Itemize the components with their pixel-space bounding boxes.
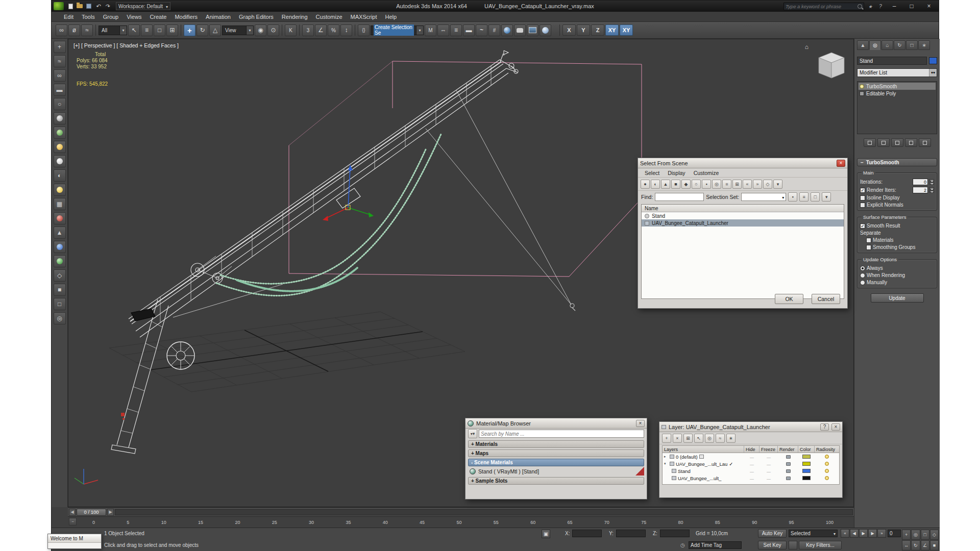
hide-toggle[interactable]	[750, 475, 754, 481]
set-key-button[interactable]: Set Key	[758, 541, 787, 549]
close-button[interactable]: ×	[837, 160, 845, 167]
display-groups-icon[interactable]: ▪	[702, 180, 711, 189]
more-options-icon[interactable]: ▾	[822, 192, 831, 202]
unlink-selection-icon[interactable]	[68, 24, 80, 36]
layer-manager-icon[interactable]	[450, 24, 462, 36]
sample-slots-rollout[interactable]: + Sample Slots	[468, 477, 644, 485]
search-input[interactable]	[786, 4, 857, 9]
render-toggle-icon[interactable]	[786, 462, 791, 466]
zoom-extents-icon[interactable]	[921, 530, 929, 540]
col-render[interactable]: Render	[778, 446, 798, 453]
menu-graph-editors[interactable]: Graph Editors	[235, 14, 278, 20]
material-editor-icon[interactable]	[501, 24, 513, 36]
z-coord-field[interactable]	[660, 530, 690, 537]
find-field[interactable]	[655, 193, 704, 201]
time-slider-track[interactable]	[115, 509, 853, 515]
axis-y-button[interactable]: Y	[577, 24, 590, 36]
align-icon[interactable]	[437, 24, 449, 36]
show-end-result-icon[interactable]	[877, 138, 890, 147]
new-layer-icon[interactable]: +	[662, 434, 671, 443]
delete-layer-icon[interactable]: ×	[673, 434, 682, 443]
undo-button[interactable]	[93, 2, 103, 10]
configure-modifier-sets-icon[interactable]	[919, 138, 931, 147]
radiosity-icon[interactable]	[825, 462, 829, 466]
menu-help[interactable]: Help	[381, 14, 401, 20]
selection-filter-combo[interactable]: All	[99, 26, 127, 35]
menu-maxscript[interactable]: MAXScript	[347, 14, 381, 20]
selection-set-combo[interactable]	[741, 193, 786, 201]
select-rotate-icon[interactable]	[197, 24, 208, 36]
dialog-title-bar[interactable]: Material/Map Browser ×	[465, 418, 647, 429]
menu-create[interactable]: Create	[145, 14, 170, 20]
coord-system-combo[interactable]: View	[222, 26, 254, 35]
isoline-checkbox[interactable]	[860, 195, 865, 201]
render-toggle-icon[interactable]	[786, 455, 791, 459]
render-setup-icon[interactable]	[514, 24, 526, 36]
list-item-uav-launcher[interactable]: UAV_Bungee_Catapult_Launcher	[642, 219, 844, 227]
modifier-list-dropdown[interactable]: Modifier List ▾	[857, 68, 937, 77]
axis-x-button[interactable]: X	[562, 24, 576, 36]
tab-modify[interactable]: ◎	[869, 40, 881, 50]
select-scale-icon[interactable]	[209, 24, 221, 36]
layer-row-uav[interactable]: ▾UAV_Bungee_...ult_Lau✓	[663, 460, 839, 467]
freeze-toggle[interactable]	[767, 454, 771, 460]
help-button[interactable]	[876, 3, 885, 10]
modeling-tool-icon-15[interactable]	[54, 241, 66, 253]
object-row-uav[interactable]: UAV_Bungee_...ult_	[663, 474, 839, 482]
welcome-window[interactable]: Welcome to M	[47, 534, 102, 549]
display-xrefs-icon[interactable]: ◎	[712, 180, 721, 189]
manually-radio[interactable]	[860, 280, 865, 285]
modeling-tool-icon-2[interactable]: ≈	[54, 55, 66, 67]
display-children-icon[interactable]: ▾	[773, 180, 782, 189]
menu-group[interactable]: Group	[99, 14, 123, 20]
menu-tools[interactable]: Tools	[78, 14, 99, 20]
trackbar-curve-icon[interactable]	[69, 518, 77, 525]
menu-rendering[interactable]: Rendering	[278, 14, 312, 20]
render-iters-spinner[interactable]	[929, 187, 934, 193]
maximize-button[interactable]: □	[904, 1, 919, 11]
modeling-tool-icon-13[interactable]	[54, 212, 66, 224]
viewcube-home-icon[interactable]	[805, 43, 808, 51]
schematic-view-icon[interactable]	[488, 24, 500, 36]
remove-modifier-icon[interactable]	[905, 138, 917, 147]
menu-display[interactable]: Display	[664, 170, 689, 176]
axis-z-button[interactable]: Z	[591, 24, 604, 36]
smooth-result-checkbox[interactable]	[860, 223, 865, 229]
menu-views[interactable]: Views	[122, 14, 145, 20]
display-all-icon[interactable]: «	[743, 180, 752, 189]
viewcube[interactable]	[819, 53, 844, 78]
scene-materials-rollout[interactable]: - Scene Materials	[468, 459, 644, 466]
ok-button[interactable]: OK	[775, 294, 803, 304]
freeze-toggle-icon[interactable]: ∗	[726, 434, 736, 443]
dialog-title-bar[interactable]: Layer: UAV_Bungee_Catapult_Launcher ? ×	[659, 422, 842, 432]
key-filters-button[interactable]: Key Filters...	[799, 541, 842, 549]
radiosity-icon[interactable]	[825, 469, 829, 473]
transport-play-icon[interactable]	[859, 529, 868, 538]
display-spacewarps-icon[interactable]: ○	[692, 180, 701, 189]
col-hide[interactable]: Hide	[744, 446, 760, 453]
select-layer-objects-icon[interactable]: ↖	[694, 434, 703, 443]
selected-set-combo[interactable]: Selected	[789, 530, 838, 537]
maximize-viewport-icon[interactable]	[930, 540, 939, 550]
when-rendering-radio[interactable]	[860, 273, 865, 278]
close-button[interactable]: ×	[831, 423, 840, 431]
display-cameras-icon[interactable]: ■	[671, 180, 680, 189]
3ds-max-logo[interactable]	[54, 2, 64, 10]
freeze-toggle[interactable]	[767, 475, 771, 481]
help-button[interactable]: ?	[820, 423, 829, 431]
render-production-icon[interactable]	[540, 24, 551, 36]
menu-edit[interactable]: Edit	[60, 14, 78, 20]
layer-color-swatch[interactable]	[802, 462, 811, 466]
rendered-frame-icon[interactable]	[527, 24, 538, 36]
col-color[interactable]: Color	[798, 446, 815, 453]
open-file-button[interactable]	[75, 2, 84, 10]
window-crossing-icon[interactable]	[166, 24, 178, 36]
list-header[interactable]: Name	[642, 205, 844, 212]
radiosity-icon[interactable]	[825, 455, 829, 459]
angle-snap-icon[interactable]	[315, 24, 327, 36]
track-bar[interactable]: 0 5 10 15 20 25 30 35 40 45 50 55 60 65 …	[68, 516, 854, 528]
modeling-tool-icon-8[interactable]	[54, 141, 66, 153]
zoom-region-icon[interactable]	[930, 530, 939, 540]
object-color-swatch[interactable]	[802, 476, 811, 480]
explicit-normals-checkbox[interactable]	[860, 203, 865, 208]
